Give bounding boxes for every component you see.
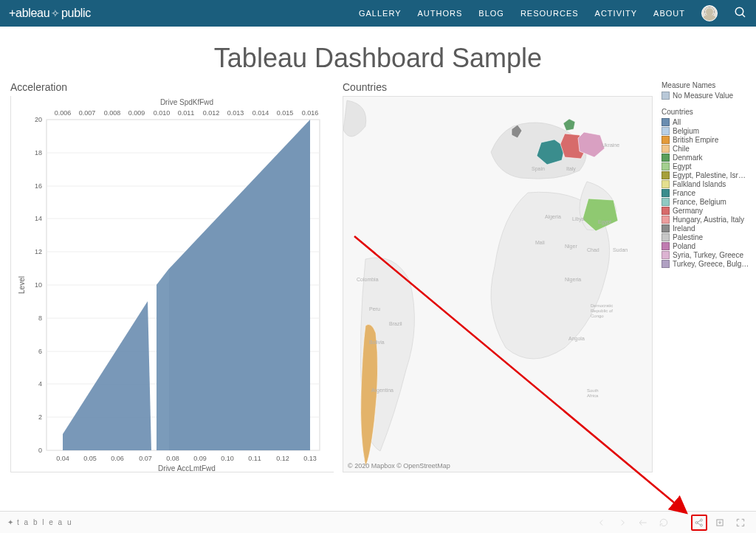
svg-text:0.07: 0.07 (139, 455, 152, 462)
legend-item[interactable]: Ireland (662, 224, 749, 233)
svg-point-70 (695, 521, 698, 523)
user-avatar[interactable] (701, 5, 718, 21)
svg-text:Brazil: Brazil (389, 321, 402, 326)
legend-item-label: Belgium (673, 127, 699, 135)
legend-item[interactable]: All (662, 118, 749, 126)
legend-item-label: France, Belgium (673, 198, 726, 206)
swatch-icon (662, 154, 670, 162)
undo-button[interactable] (594, 515, 610, 531)
svg-text:0.04: 0.04 (56, 455, 69, 462)
legend-item[interactable]: Falkland Islands (662, 180, 749, 188)
legend-item[interactable]: France, Belgium (662, 198, 749, 206)
svg-text:Egypt: Egypt (598, 219, 611, 225)
legend-item-label: Denmark (673, 154, 703, 162)
svg-line-73 (698, 520, 701, 522)
svg-text:0.009: 0.009 (128, 109, 145, 117)
legend-item-label: Ireland (673, 224, 695, 233)
legend-item-label: Poland (673, 242, 695, 250)
legend-item[interactable]: Denmark (662, 154, 749, 162)
svg-text:0.12: 0.12 (276, 455, 289, 462)
nav-links: GALLERY AUTHORS BLOG RESOURCES ACTIVITY … (359, 5, 747, 21)
legend-item[interactable]: Syria, Turkey, Greece (662, 251, 749, 259)
swatch-icon (662, 216, 670, 224)
svg-text:South: South (587, 388, 599, 393)
nav-blog[interactable]: BLOG (478, 9, 504, 18)
revert-button[interactable] (635, 515, 651, 531)
svg-text:Congo: Congo (591, 314, 604, 318)
legend-item[interactable]: Turkey, Greece, Bulg… (662, 260, 749, 268)
svg-point-0 (735, 7, 743, 16)
svg-text:Sudan: Sudan (613, 247, 628, 252)
nav-authors[interactable]: AUTHORS (418, 9, 463, 18)
share-button[interactable] (691, 515, 707, 531)
svg-text:14: 14 (35, 215, 42, 222)
fullscreen-button[interactable] (732, 515, 749, 531)
legend-item-label: Palestine (673, 233, 703, 241)
nav-activity[interactable]: ACTIVITY (595, 9, 638, 18)
legend-item[interactable]: Chile (662, 145, 749, 153)
nav-about[interactable]: ABOUT (653, 9, 685, 18)
svg-text:0.11: 0.11 (248, 455, 261, 462)
svg-text:12: 12 (35, 248, 42, 255)
legend-item[interactable]: Hungary, Austria, Italy (662, 216, 749, 224)
search-icon[interactable] (734, 6, 747, 21)
tableau-mark-icon: ✦ (7, 518, 15, 526)
legend-measure-item[interactable]: No Measure Value (662, 92, 749, 100)
svg-text:Nigeria: Nigeria (565, 277, 581, 283)
legend-item[interactable]: France (662, 189, 749, 197)
legend-item[interactable]: Egypt, Palestine, Isr… (662, 171, 749, 179)
legend-item[interactable]: Poland (662, 242, 749, 250)
countries-label: Countries (343, 81, 653, 93)
svg-text:Argentina: Argentina (371, 388, 394, 393)
svg-line-74 (698, 523, 701, 524)
logo-sub: public (61, 7, 91, 20)
legend-item[interactable]: Egypt (662, 162, 749, 171)
svg-text:0: 0 (38, 447, 42, 454)
legend-countries-title: Countries (662, 108, 749, 116)
swatch-icon (662, 198, 670, 206)
x-axis: 0.04 0.05 0.06 0.07 0.08 0.09 0.10 0.11 … (56, 455, 317, 462)
nav-resources[interactable]: RESOURCES (520, 9, 579, 18)
legend-item-label: Egypt (673, 162, 692, 171)
svg-text:0.09: 0.09 (193, 455, 207, 462)
svg-text:0.007: 0.007 (79, 109, 96, 117)
legend-countries-list: AllBelgiumBritish EmpireChileDenmarkEgyp… (662, 118, 749, 268)
svg-text:Angola: Angola (568, 336, 585, 342)
tableau-footer-logo[interactable]: ✦ t a b l e a u (7, 518, 72, 526)
nav-gallery[interactable]: GALLERY (359, 9, 402, 18)
svg-text:Africa: Africa (587, 393, 599, 398)
tableau-public-logo[interactable]: +ableau ✧ public (9, 7, 91, 20)
swatch-icon (662, 242, 670, 250)
svg-text:0.010: 0.010 (154, 109, 171, 117)
legend-item[interactable]: Palestine (662, 233, 749, 241)
legend-item[interactable]: Belgium (662, 127, 749, 135)
svg-text:10: 10 (35, 281, 42, 289)
legend-item-label: Chile (673, 145, 690, 153)
legend-item-label: Egypt, Palestine, Isr… (673, 171, 746, 179)
top-axis-title: Drive SpdKfFwd (160, 98, 213, 106)
svg-text:20: 20 (35, 116, 42, 123)
svg-line-1 (742, 14, 745, 17)
legend-item-label: Falkland Islands (673, 180, 726, 188)
svg-text:8: 8 (38, 314, 42, 322)
svg-text:0.014: 0.014 (252, 109, 269, 117)
svg-text:Spain: Spain (532, 166, 545, 172)
legend-item[interactable]: Germany (662, 207, 749, 215)
svg-text:0.13: 0.13 (303, 455, 317, 462)
dashboard-title: Tableau Dashboard Sample (0, 27, 756, 81)
map-credit: © 2020 Mapbox © OpenStreetMap (348, 462, 450, 470)
svg-text:0.06: 0.06 (111, 455, 124, 462)
legend-item[interactable]: British Empire (662, 136, 749, 144)
svg-text:Republic of: Republic of (591, 309, 613, 313)
download-button[interactable] (712, 515, 728, 531)
toolbar-right (594, 515, 749, 531)
refresh-button[interactable] (656, 515, 672, 531)
redo-button[interactable] (614, 515, 630, 531)
swatch-icon (662, 251, 670, 259)
acceleration-chart[interactable]: Drive SpdKfFwd 0.006 0.007 0.008 0.009 0… (10, 96, 334, 472)
world-map[interactable]: Spain Italy Ukraine Algeria Libya Egypt … (343, 96, 653, 472)
logo-sep-icon: ✧ (51, 7, 60, 19)
svg-text:Niger: Niger (565, 244, 577, 250)
legend-item-label: All (673, 118, 681, 126)
swatch-icon (662, 145, 670, 153)
